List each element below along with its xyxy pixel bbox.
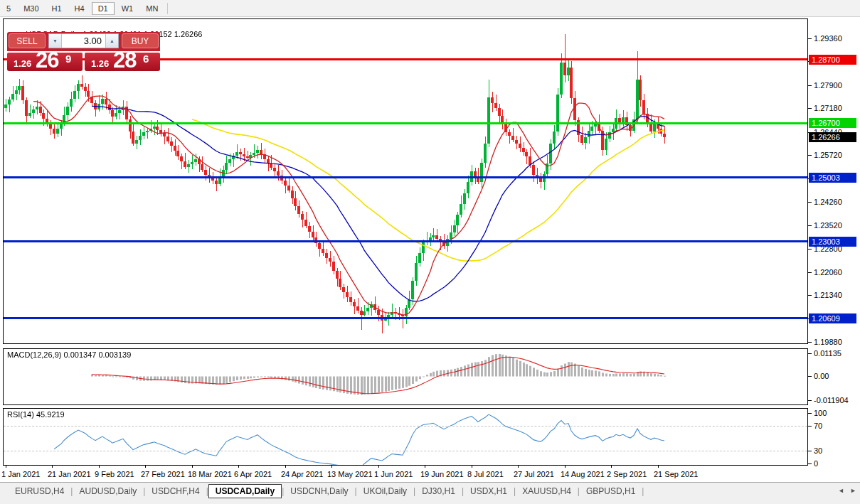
price-axis: 1.293601.286401.279001.271801.264401.257… [808,18,860,466]
volume-decrease-icon[interactable]: ▼ [49,34,62,48]
tab-scroll-left-icon[interactable]: ◄ [838,487,844,494]
date-label-13-May-2021: 13 May 2021 [327,470,373,478]
tab-scroll-right-icon[interactable]: ► [850,487,856,494]
price-tick-label-1.27900: 1.27900 [814,81,842,90]
price-tick-label-1.27180: 1.27180 [814,104,842,112]
date-label-27-Jul-2021: 27 Jul 2021 [514,470,554,478]
tab-USDX-H1[interactable]: USDX,H1 [464,484,514,498]
rsi-axis-label-30: 30 [814,446,822,455]
date-label-9-Feb-2021: 9 Feb 2021 [95,470,134,478]
macd-axis-label-0.00: 0.00 [814,372,829,380]
tab-USDCNH-Daily[interactable]: USDCNH,Daily [284,484,354,498]
rsi-name: RSI(14) [7,410,34,419]
rsi-axis-label-100: 100 [814,409,827,417]
buy-price-pip: 6 [143,53,149,65]
tab-AUDUSD-Daily[interactable]: AUDUSD,Daily [73,484,143,498]
tab-separator: | [642,486,644,496]
price-tick-label-1.19880: 1.19880 [814,338,842,346]
price-tick-1.24260 [808,202,812,203]
price-line-label-1.25003: 1.25003 [809,173,856,183]
date-label-24-Apr-2021: 24 Apr 2021 [281,470,323,478]
price-tick-1.19880 [808,342,812,343]
date-label-1-Jan-2021: 1 Jan 2021 [1,470,40,478]
rsi-pane[interactable] [3,408,808,466]
hline-resistance-1.26700[interactable] [4,122,807,124]
price-line-label-1.20609: 1.20609 [809,313,856,323]
timeframe-button-5[interactable]: 5 [1,2,16,15]
trading-terminal-window: 5M30H1H4D1W1MN ▲USDCAD,Daily 1.26429 1.2… [0,0,860,504]
tab-XAUUSD-H4[interactable]: XAUUSD,H4 [516,484,578,498]
tab-DJ30-H1[interactable]: DJ30,H1 [415,484,462,498]
date-label-14-Aug-2021: 14 Aug 2021 [561,470,605,478]
buy-price-prefix: 1.26 [91,58,109,69]
macd-axis-tick-0.01135 [808,353,812,354]
date-tick-8-Jul-2021 [472,466,472,468]
timeframe-button-MN[interactable]: MN [140,2,164,15]
hline-support-1.25003[interactable] [4,176,807,178]
rsi-axis-tick-100 [808,413,812,414]
price-line-label-1.26700: 1.26700 [809,118,856,128]
sell-price-prefix: 1.26 [14,58,31,69]
rsi-axis-label-70: 70 [814,422,822,430]
timeframe-button-M30[interactable]: M30 [18,2,44,15]
macd-values: 0.001347 0.003139 [63,350,131,359]
date-tick-1-Jun-2021 [378,466,379,468]
volume-increase-icon[interactable]: ▲ [105,34,118,48]
tab-UKOil-Daily[interactable]: UKOil,Daily [357,484,413,498]
price-tick-label-1.21340: 1.21340 [814,291,842,299]
price-tick-label-1.23520: 1.23520 [814,221,842,230]
timeframe-button-H1[interactable]: H1 [46,2,68,15]
date-label-6-Apr-2021: 6 Apr 2021 [234,470,272,478]
macd-name: MACD(12,26,9) [7,350,61,359]
date-label-27-Feb-2021: 27 Feb 2021 [141,470,185,478]
tab-EURUSD-H4[interactable]: EURUSD,H4 [9,484,70,498]
price-tick-1.22800 [808,249,812,250]
date-tick-21-Jan-2021 [52,466,53,468]
date-tick-6-Apr-2021 [238,466,239,468]
tab-USDCAD-Daily[interactable]: USDCAD,Daily [208,484,282,498]
date-tick-19-Jun-2021 [425,466,425,468]
price-tick-label-1.25720: 1.25720 [814,151,842,159]
trade-panel-top-row: SELL ▼ 3.00 ▲ BUY [7,32,160,51]
date-label-2-Sep-2021: 2 Sep 2021 [607,470,647,478]
buy-price-big: 28 [113,48,136,73]
timeframe-button-D1[interactable]: D1 [92,2,115,15]
date-tick-2-Sep-2021 [611,466,612,468]
sell-price-big: 26 [36,48,58,73]
price-tick-1.27180 [808,108,812,109]
macd-axis-tick--0.011904 [808,400,812,401]
sell-price-display[interactable]: 1.26 26 9 [7,53,83,71]
date-tick-9-Feb-2021 [99,466,100,468]
macd-axis-label--0.011904: -0.011904 [814,396,849,404]
date-tick-24-Apr-2021 [285,466,286,468]
date-label-21-Sep-2021: 21 Sep 2021 [654,470,698,478]
buy-price-display[interactable]: 1.26 28 6 [85,53,160,71]
tab-USDCHF-H4[interactable]: USDCHF,H4 [145,484,206,498]
date-tick-21-Sep-2021 [658,466,659,468]
timeframe-button-W1[interactable]: W1 [116,2,139,15]
date-tick-27-Feb-2021 [145,466,146,468]
volume-input[interactable]: 3.00 [62,34,105,48]
macd-axis-label-0.01135: 0.01135 [814,349,842,358]
price-line-label-1.28700: 1.28700 [809,55,856,65]
date-tick-27-Jul-2021 [518,466,519,468]
hline-support-1.20609[interactable] [4,317,807,319]
date-tick-13-May-2021 [331,466,332,468]
rsi-axis-tick-30 [808,451,812,451]
price-tick-label-1.29360: 1.29360 [814,34,842,43]
price-tick-1.23520 [808,225,812,226]
sell-button[interactable]: SELL [9,33,46,48]
tab-GBPUSD-H1[interactable]: GBPUSD,H1 [580,484,642,498]
price-tick-1.25720 [808,155,812,156]
macd-indicator-label: MACD(12,26,9) 0.001347 0.003139 [7,350,131,359]
timeframe-button-H4[interactable]: H4 [69,2,90,15]
price-line-label-1.23003: 1.23003 [809,237,856,247]
buy-button[interactable]: BUY [122,33,159,48]
hline-support-1.23003[interactable] [4,240,807,242]
rsi-axis-tick-0 [808,463,812,464]
date-axis: 1 Jan 202121 Jan 20219 Feb 202127 Feb 20… [0,466,808,482]
toolbar-separator [167,3,168,14]
rsi-value: 45.9219 [36,410,65,419]
date-label-18-Mar-2021: 18 Mar 2021 [188,470,232,478]
rsi-level-line-70 [4,426,807,427]
